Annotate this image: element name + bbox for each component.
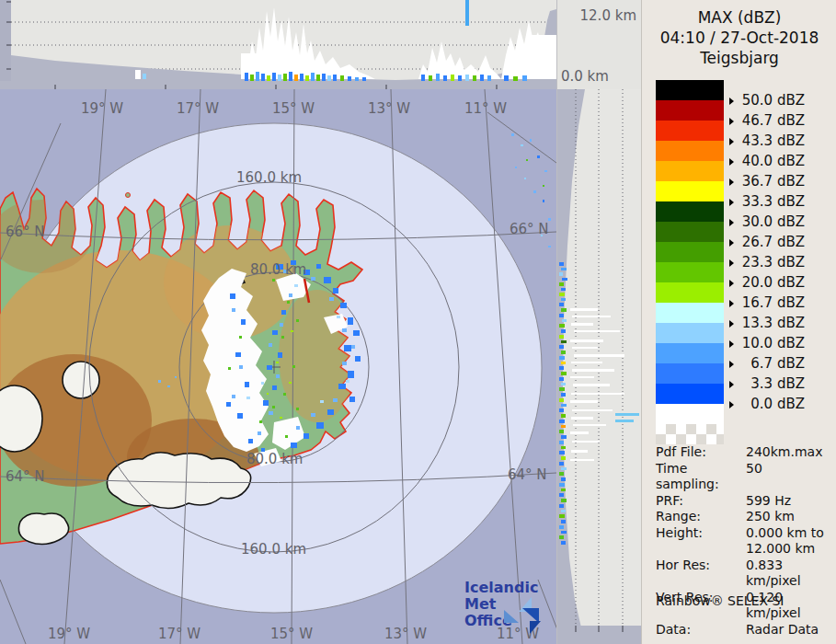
scale-row: 20.0 dBZ bbox=[656, 262, 830, 282]
meta-row-prf: PRF:599 Hz bbox=[656, 493, 830, 510]
lon-label-bottom-13w: 13° W bbox=[384, 626, 427, 642]
station-name: Teigsbjarg bbox=[642, 48, 836, 68]
ring-label-80-bottom: 80.0 km bbox=[246, 451, 303, 467]
product-title: MAX (dBZ) bbox=[642, 7, 836, 28]
ring-label-80-top: 80.0 km bbox=[250, 261, 306, 278]
ring-label-160-top: 160.0 km bbox=[236, 169, 302, 186]
scan-datetime: 04:10 / 27-Oct-2018 bbox=[642, 28, 836, 48]
met-office-logo-icon bbox=[504, 597, 555, 636]
lon-label-bottom-15w: 15° W bbox=[270, 626, 313, 642]
meta-row-height-cont: 12.000 km bbox=[656, 541, 830, 558]
lon-label-bottom-17w: 17° W bbox=[158, 626, 200, 642]
scale-row: 23.3 dBZ bbox=[656, 242, 830, 262]
scale-row: 13.3 dBZ bbox=[656, 303, 830, 323]
lat-label-right-66n: 66° N bbox=[510, 221, 549, 237]
meta-row-hor-res: Hor Res:0.833 km/pixel bbox=[656, 558, 830, 590]
top-profile-bottom-band bbox=[0, 81, 556, 89]
island-dot bbox=[126, 193, 131, 198]
scale-row: 43.3 dBZ bbox=[656, 121, 830, 141]
right-profile-bottom-band bbox=[557, 626, 642, 644]
lon-label-top-11w: 11° W bbox=[464, 100, 507, 117]
scale-row: 26.7 dBZ bbox=[656, 222, 830, 242]
product-metadata: Pdf File:240km.max Time sampling:50 PRF:… bbox=[656, 444, 830, 638]
dbz-color-scale: 50.0 dBZ 46.7 dBZ 43.3 dBZ 40.0 dBZ 36.7… bbox=[656, 80, 830, 444]
transparent-swatch bbox=[656, 424, 724, 444]
meta-row-data: Data:Radar Data bbox=[656, 622, 830, 638]
legend-header: MAX (dBZ) 04:10 / 27-Oct-2018 Teigsbjarg bbox=[642, 7, 836, 68]
scale-row: 10.0 dBZ bbox=[656, 323, 830, 343]
lon-label-bottom-19w: 19° W bbox=[48, 626, 90, 642]
lat-label-left-64n: 64° N bbox=[6, 468, 45, 485]
scale-row: 3.3 dBZ bbox=[656, 363, 830, 384]
scale-row: 36.7 dBZ bbox=[656, 161, 830, 181]
lat-label-right-64n: 64° N bbox=[508, 466, 547, 483]
right-height-profile-view[interactable] bbox=[556, 89, 642, 644]
scale-row: 16.7 dBZ bbox=[656, 282, 830, 303]
meta-row-time-sampling: Time sampling:50 bbox=[656, 461, 830, 493]
software-brand: Rainbow® SELEX-SI bbox=[656, 593, 784, 608]
radar-map-view[interactable]: 19° W 17° W 15° W 13° W 11° W 19° W 17° … bbox=[0, 89, 556, 644]
lon-label-top-13w: 13° W bbox=[368, 100, 410, 117]
scale-row: 33.3 dBZ bbox=[656, 181, 830, 201]
profile-echo-column bbox=[465, 0, 469, 26]
legend-panel: MAX (dBZ) 04:10 / 27-Oct-2018 Teigsbjarg… bbox=[641, 0, 836, 644]
scale-row: 0.0 dBZ bbox=[656, 384, 830, 404]
top-profile-canvas bbox=[0, 0, 556, 89]
right-profile-canvas bbox=[557, 89, 642, 644]
scale-row: 46.7 dBZ bbox=[656, 100, 830, 121]
meta-row-height: Height:0.000 km to bbox=[656, 525, 830, 542]
scale-row: 50.0 dBZ bbox=[656, 80, 830, 100]
scale-row: 30.0 dBZ bbox=[656, 201, 830, 222]
height-scale-corner: 12.0 km 0.0 km bbox=[556, 0, 642, 89]
lon-label-top-17w: 17° W bbox=[177, 100, 219, 117]
scale-row: 6.7 dBZ bbox=[656, 343, 830, 363]
lon-label-top-19w: 19° W bbox=[81, 100, 123, 117]
scale-row: 40.0 dBZ bbox=[656, 141, 830, 161]
tick-arrow-icon bbox=[729, 401, 734, 408]
ring-label-160-bottom: 160.0 km bbox=[241, 541, 306, 558]
height-min-label: 0.0 km bbox=[561, 68, 609, 85]
top-height-profile-view[interactable] bbox=[0, 0, 556, 89]
below-scale-swatch bbox=[656, 404, 724, 424]
radar-display-window: 12.0 km 0.0 km bbox=[0, 0, 836, 644]
meta-row-pdf-file: Pdf File:240km.max bbox=[656, 444, 830, 461]
lon-label-top-15w: 15° W bbox=[272, 100, 315, 117]
meta-row-range: Range:250 km bbox=[656, 509, 830, 525]
lat-label-left-66n: 66° N bbox=[6, 224, 45, 240]
height-max-label: 12.0 km bbox=[580, 7, 636, 24]
